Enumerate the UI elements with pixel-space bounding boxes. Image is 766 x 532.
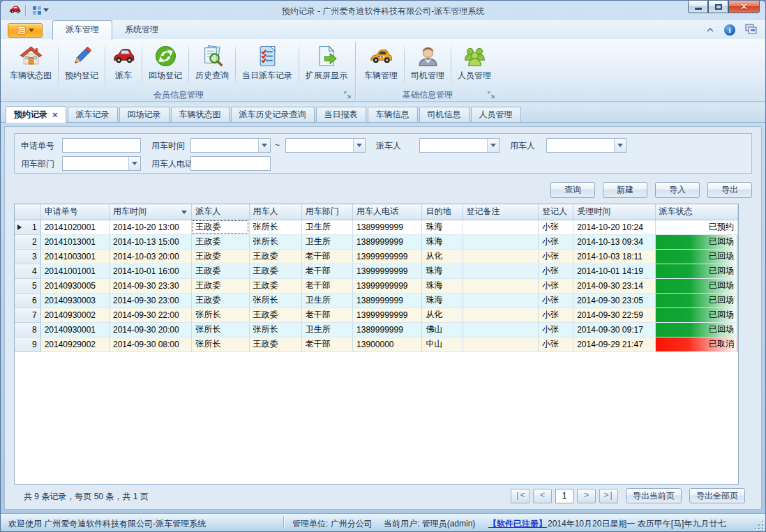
- ribbon-button-people[interactable]: 人员管理: [451, 40, 497, 89]
- cell-department[interactable]: 老干部: [301, 264, 352, 278]
- table-row[interactable]: 9201409290022014-09-30 08:00张所长王政委老干部139…: [15, 337, 738, 351]
- doc-tab[interactable]: 回场记录: [119, 107, 170, 122]
- cell-remark[interactable]: [463, 307, 538, 322]
- cell-car_user[interactable]: 张所长: [249, 293, 301, 307]
- cell-use_time[interactable]: 2014-09-30 08:00: [109, 337, 191, 351]
- cell-apply_no[interactable]: 20141003001: [40, 249, 109, 264]
- column-header[interactable]: 目的地: [422, 204, 463, 220]
- ribbon-button-taxi[interactable]: 车辆管理: [358, 40, 404, 89]
- cell-registrar[interactable]: 小张: [538, 220, 573, 234]
- use-time-from-combo[interactable]: [190, 138, 271, 153]
- column-header[interactable]: 登记备注: [463, 204, 538, 220]
- cell-remark[interactable]: [463, 249, 538, 264]
- import-button[interactable]: 导入: [655, 182, 700, 198]
- dropdown-button[interactable]: [487, 139, 499, 152]
- cell-remark[interactable]: [463, 337, 538, 351]
- cell-registrar[interactable]: 小张: [538, 234, 573, 249]
- ribbon-button-pencil[interactable]: 预约登记: [59, 40, 105, 89]
- cell-accept_time[interactable]: 2014-10-20 10:24: [573, 220, 655, 234]
- table-row[interactable]: 3201410030012014-10-03 20:00王政委王政委老干部139…: [15, 249, 738, 264]
- cell-phone[interactable]: 1389999999: [353, 293, 422, 307]
- phone-input[interactable]: [190, 156, 271, 171]
- ribbon-button-doc-search[interactable]: 历史查询: [189, 40, 235, 89]
- cell-accept_time[interactable]: 2014-09-29 21:47: [573, 337, 655, 351]
- column-header[interactable]: 受理时间: [573, 204, 655, 220]
- cell-destination[interactable]: 中山: [422, 337, 463, 351]
- cell-apply_no[interactable]: 20141001001: [40, 264, 109, 278]
- cell-department[interactable]: 卫生所: [301, 293, 352, 307]
- ribbon-button-checklist[interactable]: 当日派车记录: [236, 40, 299, 89]
- doc-tab[interactable]: 司机信息: [419, 107, 470, 122]
- cell-accept_time[interactable]: 2014-09-30 09:17: [573, 322, 655, 337]
- cell-dispatcher[interactable]: 张所长: [192, 307, 249, 322]
- close-button[interactable]: ✕: [728, 1, 760, 13]
- ribbon-button-doc-export[interactable]: 扩展屏显示: [299, 40, 354, 89]
- title-bar[interactable]: 预约记录 - 广州爱奇迪软件科技有限公司-派车管理系统 ✕: [1, 1, 765, 20]
- application-menu-button[interactable]: [8, 23, 43, 38]
- car-user-combo[interactable]: [546, 138, 626, 153]
- cell-use_time[interactable]: 2014-10-03 20:00: [109, 249, 191, 264]
- table-row[interactable]: 5201409300052014-09-30 23:30王政委王政委老干部139…: [15, 278, 738, 293]
- table-row[interactable]: 2201410130012014-10-13 15:00王政委张所长卫生所138…: [15, 234, 738, 249]
- close-tab-icon[interactable]: ×: [52, 112, 58, 119]
- cell-phone[interactable]: 13900000: [353, 337, 422, 351]
- cell-phone[interactable]: 1389999999: [353, 322, 422, 337]
- cell-department[interactable]: 老干部: [301, 337, 352, 351]
- cell-dispatcher[interactable]: 张所长: [192, 322, 249, 337]
- cell-department[interactable]: 卫生所: [301, 220, 352, 234]
- cell-status[interactable]: 已回场: [655, 249, 737, 264]
- cell-apply_no[interactable]: 20141013001: [40, 234, 109, 249]
- dialog-launcher-icon[interactable]: [343, 91, 352, 99]
- cell-car_user[interactable]: 张所长: [249, 322, 301, 337]
- cell-use_time[interactable]: 2014-10-01 16:00: [109, 264, 191, 278]
- cell-status[interactable]: 已回场: [655, 278, 737, 293]
- doc-tab[interactable]: 预约记录×: [6, 106, 66, 123]
- cell-status[interactable]: 已回场: [655, 234, 737, 249]
- cell-accept_time[interactable]: 2014-09-30 23:05: [573, 293, 655, 307]
- cell-car_user[interactable]: 王政委: [249, 249, 301, 264]
- cell-accept_time[interactable]: 2014-10-13 09:34: [573, 234, 655, 249]
- cell-apply_no[interactable]: 20140930003: [40, 293, 109, 307]
- cell-use_time[interactable]: 2014-09-30 22:00: [109, 307, 191, 322]
- maximize-button[interactable]: [708, 1, 728, 13]
- info-icon[interactable]: i: [724, 24, 735, 36]
- cell-registrar[interactable]: 小张: [538, 307, 573, 322]
- dropdown-button[interactable]: [614, 139, 626, 152]
- cell-phone[interactable]: 13999999999: [353, 278, 422, 293]
- cell-phone[interactable]: 13999999999: [353, 307, 422, 322]
- cell-destination[interactable]: 珠海: [422, 293, 463, 307]
- cell-registrar[interactable]: 小张: [538, 293, 573, 307]
- export-all-pages-button[interactable]: 导出全部页: [689, 488, 745, 503]
- cell-dispatcher[interactable]: 张所长: [192, 337, 249, 351]
- cell-destination[interactable]: 珠海: [422, 220, 463, 234]
- prev-page-button[interactable]: <: [533, 489, 552, 503]
- resize-grip[interactable]: [754, 520, 763, 529]
- cell-use_time[interactable]: 2014-09-30 23:30: [109, 278, 191, 293]
- dialog-launcher-icon[interactable]: [487, 91, 495, 99]
- cell-status[interactable]: 已取消: [655, 337, 737, 351]
- dropdown-button[interactable]: [258, 139, 270, 152]
- table-row[interactable]: 7201409300022014-09-30 22:00张所长王政委老干部139…: [15, 307, 738, 322]
- export-button[interactable]: 导出: [707, 182, 752, 198]
- cell-dispatcher[interactable]: 王政委: [192, 264, 249, 278]
- cell-department[interactable]: 老干部: [301, 307, 352, 322]
- cell-use_time[interactable]: 2014-10-20 13:00: [109, 220, 191, 234]
- cell-remark[interactable]: [463, 234, 538, 249]
- cell-remark[interactable]: [463, 293, 538, 307]
- doc-tab[interactable]: 车辆状态图: [171, 107, 230, 122]
- cell-status[interactable]: 已回场: [655, 293, 737, 307]
- row-indicator-cell[interactable]: 9: [15, 337, 40, 351]
- apply-no-input[interactable]: [62, 138, 141, 153]
- cell-dispatcher[interactable]: 王政委: [192, 278, 249, 293]
- cell-apply_no[interactable]: 20140929002: [40, 337, 109, 351]
- cell-destination[interactable]: 珠海: [422, 278, 463, 293]
- cell-registrar[interactable]: 小张: [538, 278, 573, 293]
- new-button[interactable]: 新建: [603, 182, 647, 198]
- cell-remark[interactable]: [463, 220, 538, 234]
- cell-destination[interactable]: 佛山: [422, 322, 463, 337]
- doc-tab[interactable]: 派车历史记录查询: [231, 107, 315, 122]
- table-row[interactable]: 8201409300012014-09-30 20:00张所长张所长卫生所138…: [15, 322, 738, 337]
- cell-apply_no[interactable]: 20140930002: [40, 307, 109, 322]
- ribbon-button-red-car[interactable]: 派车: [105, 40, 142, 89]
- cell-car_user[interactable]: 张所长: [249, 234, 301, 249]
